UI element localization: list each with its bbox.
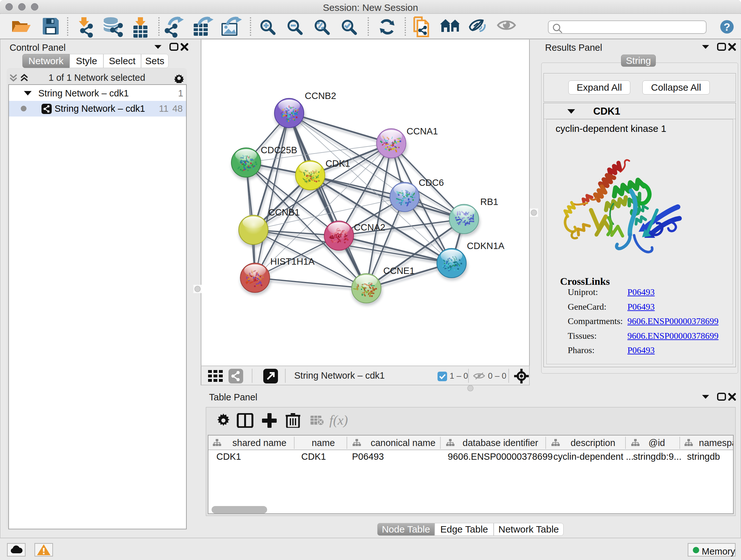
svg-text:CDC6: CDC6 — [419, 178, 444, 188]
svg-text:CDKN1A: CDKN1A — [467, 241, 504, 251]
svg-text:HIST1H1A: HIST1H1A — [270, 256, 315, 266]
svg-text:f(x): f(x) — [329, 413, 348, 428]
svg-text:?: ? — [724, 21, 731, 33]
svg-text:CCNB2: CCNB2 — [305, 91, 336, 101]
svg-text:CCNB1: CCNB1 — [268, 207, 300, 217]
svg-text:CCNE1: CCNE1 — [383, 266, 414, 276]
svg-text:CDK1: CDK1 — [326, 159, 350, 169]
svg-text:CCNA2: CCNA2 — [354, 222, 385, 233]
svg-text:CDC25B: CDC25B — [261, 145, 297, 155]
svg-text:RB1: RB1 — [480, 197, 498, 207]
svg-text:CCNA1: CCNA1 — [407, 126, 438, 136]
